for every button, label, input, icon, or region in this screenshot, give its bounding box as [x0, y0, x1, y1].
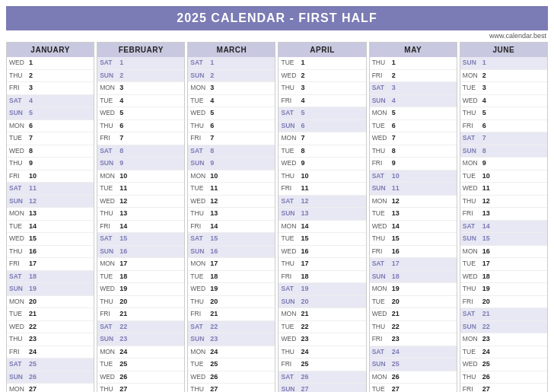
day-row: TUE11: [188, 183, 275, 196]
day-row: SAT5: [279, 107, 365, 120]
day-name: THU: [9, 71, 29, 81]
day-number: 26: [119, 372, 127, 383]
day-row: SAT21: [460, 308, 547, 321]
day-row: TUE22: [279, 321, 365, 334]
day-row: TUE21: [7, 308, 94, 321]
day-row: TUE4: [97, 95, 184, 108]
day-name: MON: [281, 221, 301, 231]
month-col-may: MAYTHU1FRI2SAT3SUN4MON5TUE6WED7THU8FRI9S…: [369, 42, 457, 392]
day-row: MON19: [370, 283, 457, 296]
day-name: SAT: [190, 234, 210, 244]
day-name: TUE: [9, 309, 29, 319]
day-name: MON: [281, 309, 301, 319]
day-row: WED12: [97, 196, 184, 209]
day-name: SUN: [9, 284, 29, 294]
day-number: 24: [301, 347, 308, 358]
day-number: 19: [301, 284, 308, 295]
day-number: 25: [210, 359, 218, 370]
day-row: SAT3: [370, 82, 457, 95]
day-name: SUN: [190, 158, 210, 168]
day-name: SAT: [190, 58, 210, 68]
day-row: FRI21: [97, 308, 184, 321]
day-number: 13: [29, 209, 37, 219]
day-name: SAT: [281, 196, 301, 206]
day-row: TUE18: [188, 271, 275, 284]
day-row: SAT22: [97, 321, 184, 334]
day-number: 13: [301, 209, 308, 219]
day-row: MON3: [97, 82, 184, 95]
day-row: MON23: [460, 333, 547, 346]
day-name: WED: [281, 334, 301, 344]
day-name: TUE: [372, 297, 392, 307]
day-name: FRI: [190, 309, 210, 319]
day-name: WED: [100, 372, 119, 382]
day-name: SUN: [281, 384, 301, 392]
day-number: 15: [482, 234, 490, 244]
day-name: FRI: [463, 384, 482, 392]
day-name: THU: [372, 58, 392, 68]
day-name: SAT: [463, 309, 482, 319]
day-number: 17: [119, 259, 127, 269]
month-header: APRIL: [279, 43, 365, 57]
day-row: TUE1: [279, 57, 365, 70]
day-name: SAT: [100, 58, 119, 68]
day-row: FRI23: [370, 333, 457, 346]
day-number: 1: [210, 58, 214, 69]
day-name: THU: [9, 334, 29, 344]
day-row: MON10: [97, 171, 184, 183]
day-number: 17: [392, 259, 400, 269]
day-number: 10: [210, 171, 218, 182]
day-name: MON: [100, 171, 119, 181]
day-row: THU3: [279, 82, 365, 95]
day-row: FRI27: [460, 384, 547, 392]
day-number: 25: [392, 359, 400, 370]
day-row: MON14: [279, 221, 365, 234]
day-number: 3: [301, 83, 304, 94]
day-row: SUN22: [460, 321, 547, 334]
day-number: 3: [482, 83, 486, 94]
day-name: SUN: [372, 96, 392, 106]
day-number: 10: [482, 171, 490, 182]
day-number: 25: [119, 359, 127, 370]
day-row: TUE3: [460, 82, 547, 95]
day-name: MON: [190, 171, 210, 181]
day-number: 7: [29, 133, 33, 144]
day-row: SUN16: [188, 246, 275, 259]
day-row: SAT15: [188, 233, 275, 246]
day-row: WED7: [370, 132, 457, 145]
day-name: SUN: [281, 209, 301, 218]
day-row: FRI24: [7, 346, 94, 359]
day-number: 4: [301, 96, 304, 107]
day-row: SUN27: [279, 384, 365, 392]
day-name: THU: [190, 384, 210, 392]
day-row: THU10: [279, 171, 365, 183]
day-row: TUE17: [460, 258, 547, 271]
day-name: THU: [372, 234, 392, 244]
day-row: THU16: [7, 246, 94, 259]
day-number: 21: [210, 309, 218, 320]
day-number: 15: [301, 234, 308, 244]
day-name: FRI: [372, 247, 392, 257]
day-number: 21: [29, 309, 37, 320]
day-name: SUN: [463, 58, 482, 68]
day-number: 2: [482, 71, 486, 81]
day-number: 21: [301, 309, 308, 320]
day-number: 11: [119, 183, 127, 194]
day-number: 21: [392, 309, 400, 320]
day-number: 9: [301, 158, 304, 169]
day-row: SAT22: [188, 321, 275, 334]
day-row: SAT12: [279, 196, 365, 209]
day-row: TUE18: [97, 271, 184, 284]
day-name: TUE: [9, 133, 29, 143]
day-number: 17: [482, 259, 490, 269]
day-name: TUE: [100, 96, 119, 106]
day-name: TUE: [190, 96, 210, 106]
day-name: WED: [190, 108, 210, 118]
day-row: SUN20: [279, 296, 365, 309]
day-name: TUE: [100, 183, 119, 193]
day-number: 19: [119, 284, 127, 295]
day-number: 5: [482, 108, 486, 119]
day-row: SAT11: [7, 183, 94, 196]
month-header: MAY: [370, 43, 457, 57]
day-row: SUN19: [7, 283, 94, 296]
